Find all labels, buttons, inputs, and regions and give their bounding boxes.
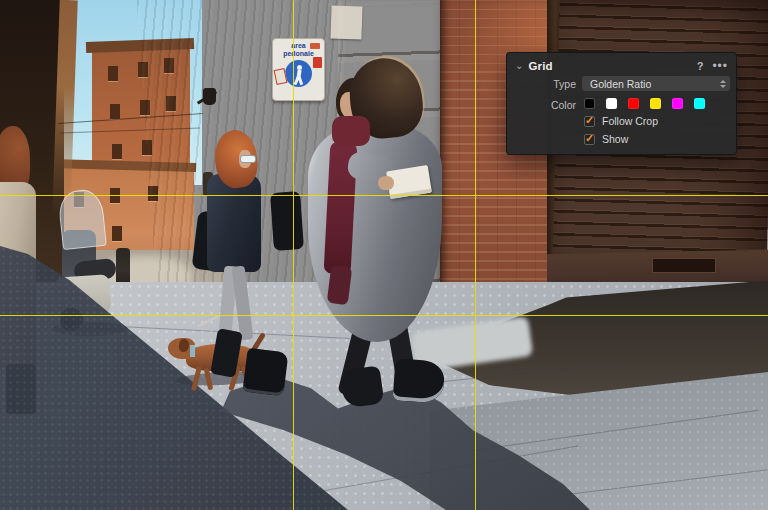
sunglasses — [240, 155, 256, 163]
boot — [242, 348, 288, 397]
show-checkbox[interactable]: ✓ — [584, 134, 595, 145]
swatch-cyan[interactable] — [694, 98, 705, 109]
grid-line-vertical-2 — [475, 0, 476, 510]
color-label: Color — [515, 99, 576, 111]
photo-editor-viewport: area pedonale — [0, 0, 768, 510]
checkmark-icon: ✓ — [585, 114, 594, 127]
grid-panel-header: ⌄ Grid ? ••• — [515, 58, 728, 74]
scooter-windshield — [57, 188, 107, 250]
window — [112, 144, 122, 159]
color-swatch-row — [584, 98, 705, 109]
grid-type-value: Golden Ratio — [590, 78, 720, 90]
follow-crop-checkbox[interactable]: ✓ — [584, 116, 595, 127]
dark-jacket — [207, 174, 261, 272]
stepper-icon — [720, 80, 726, 88]
grid-type-dropdown[interactable]: Golden Ratio — [582, 76, 730, 91]
street-lamp — [203, 88, 216, 105]
boot — [393, 358, 446, 403]
help-icon[interactable]: ? — [697, 60, 704, 72]
show-row: ✓ Show — [584, 133, 628, 145]
boot — [340, 365, 385, 408]
grid-line-horizontal-2 — [0, 315, 768, 316]
window — [108, 66, 118, 81]
woman-red-hair — [195, 128, 291, 398]
swatch-red[interactable] — [628, 98, 639, 109]
shutter-vent — [652, 258, 716, 273]
panel-title: Grid — [528, 60, 552, 72]
window — [110, 104, 120, 119]
woman-gray-coat — [300, 58, 450, 408]
swatch-yellow[interactable] — [650, 98, 661, 109]
panel-header-actions: ? ••• — [697, 60, 728, 72]
more-options-icon[interactable]: ••• — [712, 62, 728, 70]
type-label: Type — [515, 78, 576, 90]
leg — [232, 265, 254, 340]
chevron-down-icon[interactable]: ⌄ — [515, 61, 523, 71]
grid-line-horizontal-1 — [0, 195, 768, 196]
hand — [378, 176, 394, 190]
grid-tool-panel: ⌄ Grid ? ••• Type Golden Ratio Color ✓ F — [506, 52, 737, 155]
shoulder-bag — [270, 191, 304, 251]
burgundy-scarf-collar — [332, 116, 370, 146]
swatch-magenta[interactable] — [672, 98, 683, 109]
show-label: Show — [602, 133, 628, 145]
grid-line-vertical-1 — [293, 0, 294, 510]
follow-crop-label: Follow Crop — [602, 115, 658, 127]
swatch-white[interactable] — [606, 98, 617, 109]
boot — [210, 328, 243, 378]
sign-sticker — [310, 43, 320, 49]
checkmark-icon: ✓ — [585, 132, 594, 145]
swatch-black[interactable] — [584, 98, 595, 109]
follow-crop-row: ✓ Follow Crop — [584, 115, 658, 127]
